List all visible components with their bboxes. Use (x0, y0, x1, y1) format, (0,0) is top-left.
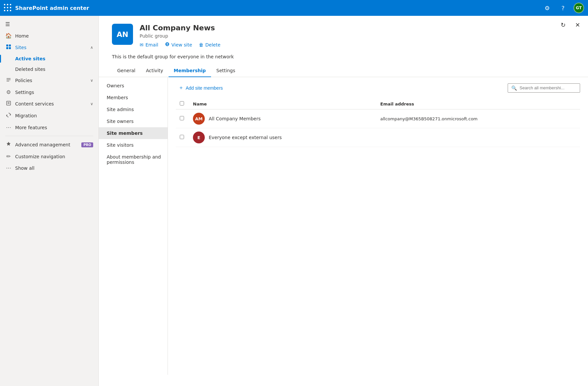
delete-action[interactable]: 🗑 Delete (199, 42, 221, 47)
sidebar: ☰ 🏠 Home Sites ∧ Active sites Deleted si… (0, 16, 99, 386)
main-panel: ↻ ✕ AN All Company News Public group ✉ E… (99, 16, 588, 386)
select-all-checkbox[interactable] (180, 101, 184, 105)
membership-nav-site-visitors[interactable]: Site visitors (99, 139, 168, 151)
site-icon: AN (112, 24, 133, 45)
customize-navigation-icon: ✏ (5, 153, 12, 160)
row-checkbox-cell (176, 109, 189, 128)
panel-header: AN All Company News Public group ✉ Email… (99, 16, 588, 53)
sidebar-item-sites[interactable]: Sites ∧ (0, 42, 98, 53)
members-table: Name Email address AM A (176, 99, 580, 147)
sidebar-item-policies[interactable]: Policies ∨ (0, 74, 98, 86)
main-layout: ☰ 🏠 Home Sites ∧ Active sites Deleted si… (0, 16, 588, 386)
email-action[interactable]: ✉ Email (140, 42, 158, 47)
members-toolbar: ＋ Add site members 🔍 (176, 82, 580, 93)
policies-chevron-icon: ∨ (90, 78, 93, 83)
tab-activity[interactable]: Activity (141, 65, 168, 77)
member-email-cell (376, 128, 580, 147)
table-row: AM All Company Members allcompany@M365B5… (176, 109, 580, 128)
membership-nav-site-admins[interactable]: Site admins (99, 104, 168, 115)
view-site-action[interactable]: View site (165, 42, 192, 47)
close-button[interactable]: ✕ (572, 20, 583, 30)
row-checkbox[interactable] (180, 116, 184, 120)
member-name: All Company Members (209, 116, 261, 121)
topbar-icons: ⚙ ? GT (542, 3, 584, 13)
membership-nav-site-members[interactable]: Site members (99, 127, 168, 139)
sidebar-item-content-services[interactable]: Content services ∨ (0, 98, 98, 110)
panel-description: This is the default group for everyone i… (99, 53, 588, 65)
member-name-cell: AM All Company Members (189, 109, 376, 128)
tab-general[interactable]: General (112, 65, 141, 77)
search-icon: 🔍 (511, 85, 517, 91)
svg-rect-7 (7, 101, 11, 105)
membership-nav-site-owners[interactable]: Site owners (99, 115, 168, 127)
pro-badge: PRO (81, 142, 93, 147)
sidebar-collapse-button[interactable]: ☰ (0, 18, 98, 30)
panel-subtitle: Public group (140, 33, 575, 39)
user-avatar[interactable]: GT (574, 3, 584, 13)
view-site-icon (165, 42, 170, 47)
sidebar-item-more-features[interactable]: ⋯ More features (0, 122, 98, 133)
more-features-icon: ⋯ (5, 124, 12, 131)
panel-top-actions: ↻ ✕ (558, 20, 583, 30)
membership-nav: Owners Members Site admins Site owners S… (99, 77, 168, 375)
sidebar-item-customize-navigation[interactable]: ✏ Customize navigation (0, 151, 98, 162)
policies-icon (5, 77, 12, 84)
svg-rect-1 (9, 45, 11, 46)
member-avatar: AM (193, 113, 205, 125)
email-column-header: Email address (376, 99, 580, 109)
membership-nav-members[interactable]: Members (99, 92, 168, 104)
sidebar-item-active-sites[interactable]: Active sites (0, 53, 98, 64)
settings-nav-icon: ⚙ (5, 89, 12, 95)
tabs: General Activity Membership Settings (99, 65, 588, 77)
select-all-header (176, 99, 189, 109)
member-name: Everyone except external users (209, 135, 282, 140)
help-icon[interactable]: ? (558, 3, 568, 13)
panel-header-info: All Company News Public group ✉ Email Vi… (140, 24, 575, 47)
search-membership-box: 🔍 (508, 83, 580, 93)
row-checkbox[interactable] (180, 135, 184, 139)
sidebar-item-home[interactable]: 🏠 Home (0, 30, 98, 42)
panel-header-actions: ✉ Email View site 🗑 Delete (140, 42, 575, 47)
svg-rect-2 (6, 47, 8, 49)
advanced-management-icon (5, 141, 12, 148)
member-name-cell: E Everyone except external users (189, 128, 376, 147)
panel-title: All Company News (140, 24, 575, 32)
topbar: SharePoint admin center ⚙ ? GT (0, 0, 588, 16)
row-checkbox-cell (176, 128, 189, 147)
table-row: E Everyone except external users (176, 128, 580, 147)
refresh-button[interactable]: ↻ (558, 20, 568, 30)
content-services-icon (5, 101, 12, 107)
search-membership-input[interactable] (520, 85, 576, 90)
svg-rect-3 (9, 47, 11, 49)
settings-icon[interactable]: ⚙ (542, 3, 552, 13)
sidebar-item-settings[interactable]: ⚙ Settings (0, 86, 98, 98)
tab-settings[interactable]: Settings (211, 65, 240, 77)
sidebar-item-advanced-management[interactable]: Advanced management PRO (0, 139, 98, 151)
membership-layout: Owners Members Site admins Site owners S… (99, 77, 588, 375)
app-launcher-icon[interactable] (4, 4, 12, 12)
svg-rect-0 (6, 45, 8, 46)
delete-icon: 🗑 (199, 42, 203, 47)
sites-icon (5, 44, 12, 51)
member-avatar: E (193, 132, 205, 143)
membership-nav-about[interactable]: About membership and permissions (99, 151, 168, 168)
sidebar-item-show-all[interactable]: ⋯ Show all (0, 162, 98, 174)
member-email-cell: allcompany@M365B508271.onmicrosoft.com (376, 109, 580, 128)
add-site-members-button[interactable]: ＋ Add site members (176, 82, 226, 93)
content-services-chevron-icon: ∨ (90, 102, 93, 106)
plus-icon: ＋ (178, 84, 184, 91)
show-all-icon: ⋯ (5, 165, 12, 171)
membership-nav-owners[interactable]: Owners (99, 80, 168, 92)
migration-icon (5, 112, 12, 119)
sites-chevron-icon: ∧ (90, 45, 93, 50)
tab-membership[interactable]: Membership (169, 65, 211, 77)
app-title: SharePoint admin center (15, 5, 539, 11)
sidebar-divider (5, 136, 93, 136)
sidebar-item-deleted-sites[interactable]: Deleted sites (0, 64, 98, 74)
sidebar-item-migration[interactable]: Migration (0, 110, 98, 122)
member-email: allcompany@M365B508271.onmicrosoft.com (380, 116, 478, 121)
members-content: ＋ Add site members 🔍 (168, 77, 588, 375)
home-icon: 🏠 (5, 33, 12, 39)
email-icon: ✉ (140, 42, 144, 47)
name-column-header: Name (189, 99, 376, 109)
